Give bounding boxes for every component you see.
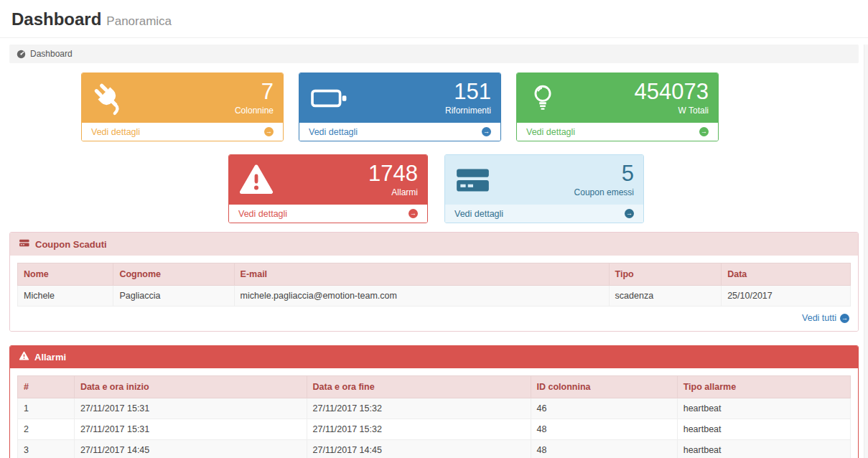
battery-icon: [309, 80, 350, 116]
table-cell: heartbeat: [677, 440, 850, 458]
vedi-dettagli-link-allarmi[interactable]: Vedi dettagli →: [229, 205, 427, 223]
table-header-row: # Data e ora inizio Data e ora fine ID c…: [18, 376, 851, 398]
panel-title: Allarmi: [34, 352, 66, 363]
column-header: E-mail: [234, 263, 609, 286]
link-label: Vedi dettagli: [526, 127, 575, 137]
link-label: Vedi dettagli: [91, 127, 140, 137]
stat-boxes-section: 7 Colonnine Vedi dettagli → 151 Rifornim…: [0, 73, 868, 223]
table-cell: 3: [18, 440, 75, 458]
arrow-circle-right-icon: →: [699, 127, 709, 136]
page-subtitle: Panoramica: [106, 14, 172, 28]
table-cell: 27/11/2017 15:31: [74, 398, 307, 419]
table-cell: 27/11/2017 15:32: [307, 398, 531, 419]
column-header: Tipo allarme: [677, 376, 850, 398]
column-header: Cognome: [113, 263, 234, 286]
vedi-dettagli-link-coupon[interactable]: Vedi dettagli →: [445, 205, 643, 223]
table-row: 227/11/2017 15:3127/11/2017 15:3248heart…: [18, 419, 851, 440]
stat-value: 454073: [635, 80, 709, 103]
breadcrumb-item-dashboard: Dashboard: [30, 49, 73, 59]
table-cell: Pagliaccia: [113, 286, 234, 307]
coupon-panel-body: Nome Cognome E-mail Tipo Data MichelePag…: [10, 256, 858, 331]
breadcrumb[interactable]: Dashboard: [9, 45, 859, 63]
stat-value: 151: [445, 80, 491, 103]
table-row: MichelePagliacciamichele.pagliaccia@emot…: [18, 286, 851, 307]
table-cell: 27/11/2017 15:32: [307, 419, 531, 440]
info-box-body: 1748 Allarmi: [229, 155, 427, 205]
vedi-dettagli-link-colonnine[interactable]: Vedi dettagli →: [82, 123, 283, 141]
lightbulb-icon: [526, 80, 559, 116]
stat-label: Allarmi: [368, 187, 418, 197]
column-header: Data: [722, 263, 851, 286]
table-cell: 48: [531, 419, 677, 440]
table-cell: 46: [531, 398, 677, 419]
arrow-circle-right-icon: →: [625, 209, 634, 218]
table-cell: heartbeat: [677, 419, 850, 440]
stat-label: Colonnine: [235, 106, 274, 116]
coupon-table: Nome Cognome E-mail Tipo Data MichelePag…: [17, 263, 851, 307]
vedi-tutti-link[interactable]: Vedi tutti →: [802, 313, 849, 323]
stat-value: 7: [235, 80, 274, 103]
link-label: Vedi tutti: [802, 313, 836, 323]
table-header-row: Nome Cognome E-mail Tipo Data: [18, 263, 851, 286]
info-box-body: 454073 W Totali: [517, 73, 718, 123]
arrow-circle-right-icon: →: [264, 127, 274, 136]
dashboard-gauge-icon: [17, 50, 26, 59]
table-cell: 25/10/2017: [722, 286, 851, 307]
table-cell: 27/11/2017 14:45: [74, 440, 307, 458]
table-cell: scadenza: [609, 286, 722, 307]
table-cell: 1: [18, 398, 75, 419]
stat-label: Rifornimenti: [445, 106, 491, 116]
link-label: Vedi dettagli: [309, 127, 358, 137]
column-header: Data e ora fine: [307, 376, 531, 398]
table-cell: heartbeat: [677, 398, 850, 419]
page-title: Dashboard: [11, 9, 101, 29]
credit-card-icon: [19, 238, 30, 251]
table-cell: Michele: [18, 286, 113, 307]
table-row: 127/11/2017 15:3127/11/2017 15:3246heart…: [18, 398, 851, 419]
alarms-table: # Data e ora inizio Data e ora fine ID c…: [17, 375, 851, 458]
table-cell: 48: [531, 440, 677, 458]
allarmi-panel-body: # Data e ora inizio Data e ora fine ID c…: [10, 368, 858, 458]
arrow-circle-right-icon: →: [482, 127, 491, 136]
link-label: Vedi dettagli: [454, 209, 503, 219]
table-cell: 27/11/2017 15:31: [74, 419, 307, 440]
table-row: 327/11/2017 14:4527/11/2017 14:4548heart…: [18, 440, 851, 458]
panel-title: Coupon Scaduti: [35, 239, 107, 250]
info-box-body: 151 Rifornimenti: [299, 73, 500, 123]
column-header: #: [18, 376, 75, 398]
arrow-circle-right-icon: →: [409, 209, 418, 218]
warning-triangle-icon: [19, 351, 29, 363]
table-cell: 2: [18, 419, 75, 440]
stat-label: W Totali: [635, 106, 709, 116]
link-label: Vedi dettagli: [238, 209, 287, 219]
column-header: Data e ora inizio: [74, 376, 307, 398]
page-scrollbar[interactable]: [864, 45, 868, 458]
info-box-body: 7 Colonnine: [82, 73, 283, 123]
allarmi-panel-header: Allarmi: [10, 346, 858, 368]
vedi-dettagli-link-w-totali[interactable]: Vedi dettagli →: [517, 123, 718, 141]
info-box-colonnine: 7 Colonnine Vedi dettagli →: [81, 73, 284, 141]
info-box-body: 5 Coupon emessi: [445, 155, 643, 205]
info-box-coupon-emessi: 5 Coupon emessi Vedi dettagli →: [444, 154, 644, 223]
page-header: DashboardPanoramica: [0, 0, 868, 38]
info-box-allarmi: 1748 Allarmi Vedi dettagli →: [228, 154, 428, 223]
column-header: ID colonnina: [531, 376, 677, 398]
plug-icon: [91, 80, 127, 116]
stat-value: 5: [574, 162, 634, 184]
stat-label: Coupon emessi: [574, 187, 634, 197]
stat-value: 1748: [368, 162, 418, 184]
coupon-panel-header: Coupon Scaduti: [10, 233, 858, 256]
vedi-dettagli-link-rifornimenti[interactable]: Vedi dettagli →: [299, 123, 500, 141]
credit-card-icon: [454, 162, 492, 198]
column-header: Nome: [18, 263, 113, 286]
coupon-scaduti-panel: Coupon Scaduti Nome Cognome E-mail Tipo …: [9, 232, 859, 332]
table-cell: michele.pagliaccia@emotion-team.com: [234, 286, 609, 307]
info-box-rifornimenti: 151 Rifornimenti Vedi dettagli →: [299, 73, 501, 141]
table-cell: 27/11/2017 14:45: [307, 440, 531, 458]
warning-triangle-icon: [238, 163, 274, 197]
column-header: Tipo: [609, 263, 722, 286]
arrow-circle-right-icon: →: [840, 314, 849, 323]
allarmi-panel: Allarmi # Data e ora inizio Data e ora f…: [9, 345, 859, 458]
info-box-w-totali: 454073 W Totali Vedi dettagli →: [516, 73, 719, 141]
